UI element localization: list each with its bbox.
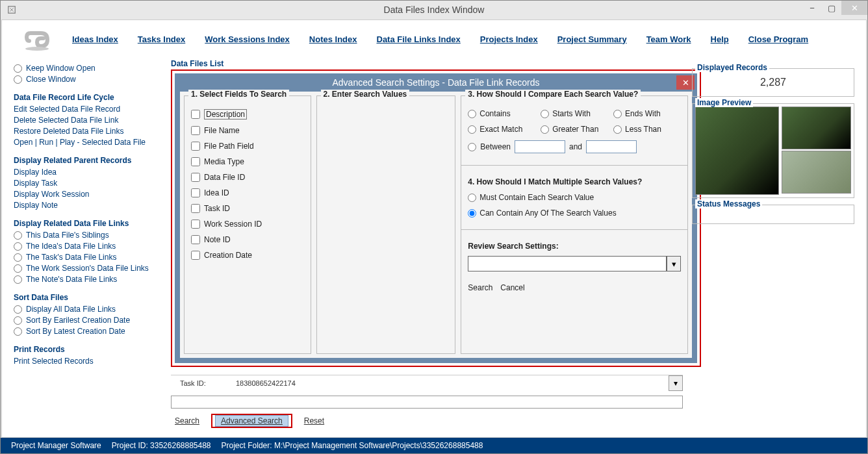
window-title: Data Files Index Window — [384, 5, 485, 15]
field-task-id-label: Task ID — [204, 204, 230, 213]
edit-record-link[interactable]: Edit Selected Data File Record — [14, 105, 168, 114]
dialog-title: Advanced Search Settings - Data File Lin… — [175, 73, 697, 92]
review-input[interactable] — [468, 256, 667, 271]
display-ws-link[interactable]: Display Work Session — [14, 190, 168, 199]
field-creation-date[interactable]: Creation Date — [191, 251, 304, 260]
display-idea-link[interactable]: Display Idea — [14, 168, 168, 177]
sort-earliest-label: Sort By Earilest Creation Date — [26, 316, 130, 325]
dialog-cancel-button[interactable]: Cancel — [500, 283, 524, 292]
dialog-title-text: Advanced Search Settings - Data File Lin… — [332, 77, 539, 88]
fields-panel: 1. Select Fields To Search Description F… — [184, 95, 311, 354]
siblings-radio[interactable]: This Data File's Siblings — [14, 231, 168, 240]
image-grid — [695, 107, 851, 195]
field-file-path-label: File Path Field — [204, 142, 254, 151]
maximize-button[interactable]: ▢ — [822, 1, 841, 15]
dialog-body: 1. Select Fields To Search Description F… — [180, 92, 692, 358]
menu-help[interactable]: Help — [711, 34, 729, 44]
compare-starts-label: Starts With — [552, 109, 591, 118]
field-idea-id[interactable]: Idea ID — [191, 188, 304, 197]
field-ws-id[interactable]: Work Session ID — [191, 220, 304, 229]
field-file-name[interactable]: File Name — [191, 126, 304, 135]
field-data-file-id[interactable]: Data File ID — [191, 173, 304, 182]
sort-latest-radio[interactable]: Sort By Latest Creation Date — [14, 327, 168, 336]
idea-dfl-radio[interactable]: The Idea's Data File Links — [14, 242, 168, 251]
menu-ideas[interactable]: Ideas Index — [72, 34, 118, 44]
match-must[interactable]: Must Contain Each Search Value — [468, 193, 681, 202]
menu-projects[interactable]: Projects Index — [480, 34, 538, 44]
match-any-label: Can Contain Any Of The Search Values — [479, 208, 616, 218]
keep-window-open[interactable]: Keep Window Open — [14, 64, 168, 73]
field-note-id[interactable]: Note ID — [191, 235, 304, 244]
window-controls: − ▢ ✕ — [802, 1, 867, 15]
advanced-search-dialog: Advanced Search Settings - Data File Lin… — [175, 73, 697, 363]
display-note-link[interactable]: Display Note — [14, 201, 168, 210]
review-dropdown-button[interactable]: ▾ — [667, 256, 681, 271]
close-window[interactable]: Close Window — [14, 75, 168, 84]
review-label: Review Search Settings: — [468, 242, 681, 251]
sort-latest-label: Sort By Latest Creation Date — [26, 327, 125, 336]
compare-contains[interactable]: Contains — [468, 109, 535, 118]
task-dropdown-button[interactable]: ▾ — [669, 375, 683, 391]
ws-dfl-radio[interactable]: The Work Session's Data File Links — [14, 264, 168, 273]
advanced-search-link[interactable]: Advanced Search — [215, 415, 288, 427]
restore-link[interactable]: Restore Deleted Data File Links — [14, 127, 168, 136]
preview-image-1 — [782, 107, 851, 149]
preview-image-2 — [782, 151, 851, 194]
compare-less[interactable]: Less Than — [613, 125, 681, 134]
links-header: Display Related Data File Links — [14, 219, 168, 228]
note-dfl-radio[interactable]: The Note's Data File Links — [14, 275, 168, 284]
task-dfl-label: The Task's Data File Links — [26, 253, 116, 262]
field-file-path[interactable]: File Path Field — [191, 142, 304, 151]
field-media-type[interactable]: Media Type — [191, 157, 304, 166]
open-run-play-link[interactable]: Open | Run | Play - Selected Data File — [14, 138, 168, 147]
dialog-search-button[interactable]: Search — [468, 283, 492, 292]
compare-greater[interactable]: Greater Than — [541, 125, 608, 134]
ws-dfl-label: The Work Session's Data File Links — [26, 264, 149, 273]
menu-project-summary[interactable]: Project Summary — [557, 34, 627, 44]
sidebar: Keep Window Open Close Window Data File … — [14, 62, 168, 368]
field-task-id[interactable]: Task ID — [191, 204, 304, 213]
menu-team-work[interactable]: Team Work — [646, 34, 691, 44]
close-button[interactable]: ✕ — [841, 1, 867, 15]
compare-ends[interactable]: Ends With — [613, 109, 681, 118]
print-selected-link[interactable]: Print Selected Records — [14, 357, 168, 366]
parent-header: Display Related Parent Records — [14, 156, 168, 165]
compare-options: Contains Starts With Ends With Exact Mat… — [468, 109, 681, 134]
compare-between-label: Between — [480, 142, 511, 151]
match-panel-title: 4. How Should I Match Multiple Search Va… — [468, 177, 681, 186]
compare-exact[interactable]: Exact Match — [468, 125, 535, 134]
between-from-input[interactable] — [515, 140, 565, 153]
compare-between[interactable]: Between and — [468, 140, 681, 153]
search-actions: Search Advanced Search Reset — [175, 414, 324, 428]
field-description-label: Description — [204, 109, 247, 120]
menu-data-file-links[interactable]: Data File Links Index — [377, 34, 461, 44]
note-dfl-label: The Note's Data File Links — [26, 275, 117, 284]
titlebar: Data Files Index Window − ▢ ✕ — [1, 1, 867, 19]
sort-all-radio[interactable]: Display All Data File Links — [14, 305, 168, 314]
field-description[interactable]: Description — [191, 109, 304, 120]
between-to-input[interactable] — [586, 140, 637, 153]
minimize-button[interactable]: − — [802, 1, 822, 15]
compare-contains-label: Contains — [479, 109, 510, 118]
svg-point-1 — [25, 47, 49, 51]
right-column: Displayed Records 2,287 Image Preview St… — [692, 62, 854, 224]
menu-tasks[interactable]: Tasks Index — [138, 34, 185, 44]
menu-notes[interactable]: Notes Index — [309, 34, 357, 44]
compare-starts[interactable]: Starts With — [541, 109, 608, 118]
between-and-label: and — [569, 142, 582, 151]
compare-greater-label: Greater Than — [552, 125, 598, 134]
advanced-search-highlight: Advanced Search — [211, 414, 292, 428]
menu-close-program[interactable]: Close Program — [748, 34, 808, 44]
display-task-link[interactable]: Display Task — [14, 179, 168, 188]
match-any[interactable]: Can Contain Any Of The Search Values — [468, 208, 681, 218]
main-area: Keep Window Open Close Window Data File … — [2, 62, 866, 437]
delete-link[interactable]: Delete Selected Data File Link — [14, 116, 168, 125]
search-link[interactable]: Search — [175, 416, 199, 425]
search-input[interactable] — [171, 396, 683, 409]
field-data-file-id-label: Data File ID — [204, 173, 245, 182]
task-dfl-radio[interactable]: The Task's Data File Links — [14, 253, 168, 262]
reset-link[interactable]: Reset — [304, 416, 324, 425]
print-header: Print Records — [14, 345, 168, 354]
menu-work-sessions[interactable]: Work Sessions Index — [205, 34, 290, 44]
sort-earliest-radio[interactable]: Sort By Earilest Creation Date — [14, 316, 168, 325]
